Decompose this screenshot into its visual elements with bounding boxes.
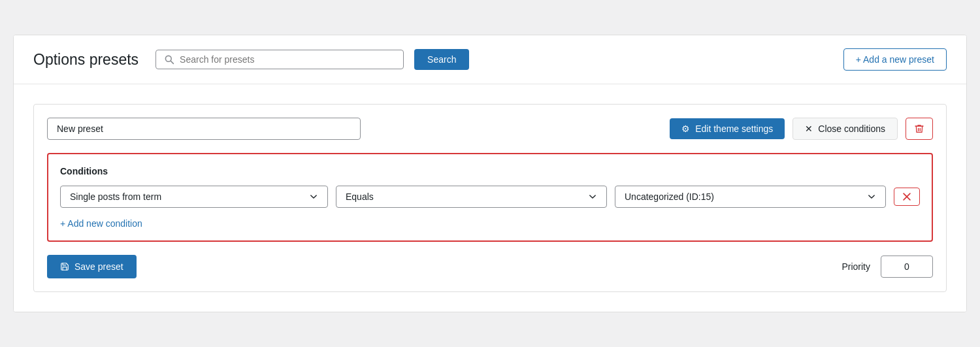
condition-type-select[interactable]: Single posts from term <box>60 186 328 208</box>
remove-condition-button[interactable] <box>894 188 920 206</box>
chevron-down-icon-2 <box>588 192 597 201</box>
add-condition-button[interactable]: + Add new condition <box>60 218 142 229</box>
condition-value-select[interactable]: Uncategorized (ID:15) <box>615 186 886 208</box>
conditions-section: Conditions Single posts from term <box>47 153 933 242</box>
save-preset-button[interactable]: Save preset <box>47 255 137 278</box>
preset-name-row: ⚙ Edit theme settings ✕ Close conditions <box>47 118 933 140</box>
search-input[interactable] <box>180 54 395 65</box>
bottom-row: Save preset Priority <box>47 255 933 278</box>
preset-actions: ⚙ Edit theme settings ✕ Close conditions <box>670 118 933 140</box>
priority-input[interactable] <box>881 256 933 278</box>
preset-name-input[interactable] <box>47 118 361 140</box>
search-bar <box>155 50 404 69</box>
search-icon <box>164 54 174 65</box>
close-conditions-button[interactable]: ✕ Close conditions <box>792 118 898 140</box>
search-button[interactable]: Search <box>414 49 469 70</box>
remove-x-icon <box>902 192 911 201</box>
save-icon <box>60 262 69 271</box>
page-title: Options presets <box>33 51 139 69</box>
add-preset-button[interactable]: + Add a new preset <box>843 48 947 71</box>
priority-label: Priority <box>841 261 870 272</box>
condition-row: Single posts from term Equals <box>60 186 920 208</box>
main-content: ⚙ Edit theme settings ✕ Close conditions <box>14 84 966 312</box>
delete-preset-button[interactable] <box>906 118 933 140</box>
close-icon: ✕ <box>805 124 813 134</box>
gear-icon: ⚙ <box>681 124 690 134</box>
conditions-label: Conditions <box>60 166 920 176</box>
chevron-down-icon-3 <box>867 192 876 201</box>
preset-card: ⚙ Edit theme settings ✕ Close conditions <box>33 104 947 292</box>
condition-operator-select[interactable]: Equals <box>336 186 607 208</box>
chevron-down-icon-1 <box>309 192 318 201</box>
edit-theme-button[interactable]: ⚙ Edit theme settings <box>670 118 785 139</box>
svg-line-1 <box>171 61 173 63</box>
trash-icon <box>914 124 924 134</box>
